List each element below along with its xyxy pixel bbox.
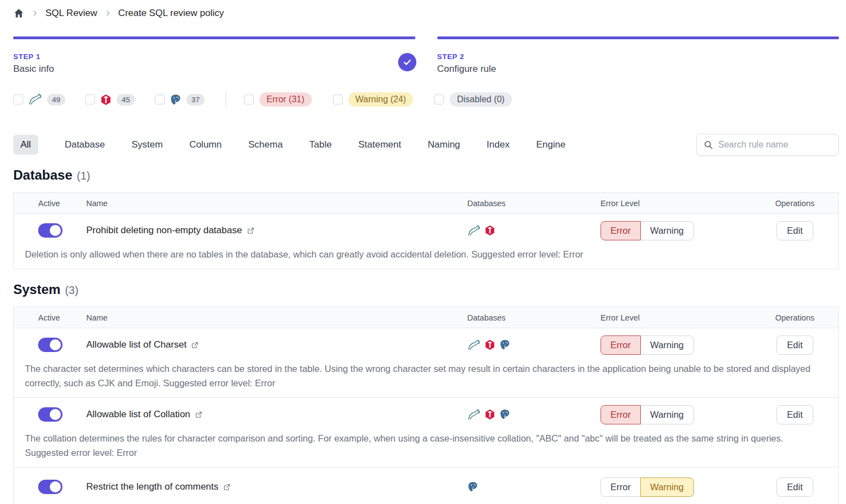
- col-header-active: Active: [14, 313, 86, 322]
- col-header-error-level: Error Level: [600, 199, 751, 208]
- filter-divider: [226, 92, 226, 107]
- tab-naming[interactable]: Naming: [427, 139, 460, 150]
- disabled-filter-pill: Disabled (0): [450, 92, 511, 107]
- section-title: System: [13, 282, 60, 297]
- disabled-checkbox[interactable]: [434, 95, 444, 104]
- postgresql-icon: [499, 409, 510, 420]
- tab-schema[interactable]: Schema: [248, 139, 283, 150]
- mysql-icon: [467, 224, 481, 237]
- search-input[interactable]: [718, 140, 832, 150]
- tab-all[interactable]: All: [13, 135, 38, 155]
- error-level-toggle: Error Warning: [600, 335, 694, 355]
- rule-name: Prohibit deleting non-empty database: [86, 225, 242, 236]
- postgresql-icon: [499, 339, 510, 350]
- tab-engine[interactable]: Engine: [536, 139, 566, 150]
- section-heading-system: System (3): [13, 282, 839, 297]
- step-2: STEP 2 Configure rule: [437, 36, 839, 75]
- stepper: STEP 1 Basic info STEP 2 Configure rule: [13, 36, 839, 75]
- rule-engines: [467, 224, 600, 237]
- error-level-warning-button[interactable]: Warning: [640, 405, 694, 424]
- step-1-label: STEP 1: [13, 53, 415, 61]
- edit-button[interactable]: Edit: [776, 221, 813, 240]
- filter-engine-postgresql[interactable]: 37: [155, 94, 205, 106]
- edit-button[interactable]: Edit: [776, 335, 813, 355]
- error-level-warning-button[interactable]: Warning: [640, 221, 694, 240]
- table-header-row: Active Name Databases Error Level Operat…: [14, 193, 838, 214]
- error-checkbox[interactable]: [244, 95, 254, 104]
- col-header-name: Name: [86, 313, 467, 322]
- step-2-title: Configure rule: [437, 64, 839, 75]
- error-level-warning-button[interactable]: Warning: [640, 335, 694, 355]
- external-link-icon[interactable]: [191, 341, 199, 349]
- table-row: Prohibit deleting non-empty database Err…: [14, 214, 838, 247]
- tab-column[interactable]: Column: [189, 139, 222, 150]
- postgresql-icon: [467, 481, 478, 492]
- rule-allowable-list-of-collation: Allowable list of Collation Error Warnin…: [14, 398, 838, 468]
- error-level-error-button[interactable]: Error: [600, 221, 641, 240]
- external-link-icon[interactable]: [223, 483, 231, 491]
- edit-button[interactable]: Edit: [776, 405, 813, 424]
- filter-engine-tidb[interactable]: 45: [85, 94, 135, 106]
- section-count: (1): [77, 170, 90, 182]
- filter-level-disabled[interactable]: Disabled (0): [434, 92, 511, 107]
- error-level-error-button[interactable]: Error: [600, 477, 641, 497]
- step-2-bar: [437, 36, 839, 39]
- rule-active-toggle[interactable]: [38, 407, 62, 422]
- step-1-completed-check-icon: [398, 53, 416, 71]
- mysql-checkbox[interactable]: [13, 95, 23, 104]
- table-row: Allowable list of Charset Error Warning: [14, 328, 838, 361]
- postgresql-checkbox[interactable]: [155, 95, 165, 104]
- col-header-databases: Databases: [467, 313, 600, 322]
- rule-engines: [467, 408, 600, 421]
- create-sql-review-policy-page: SQL Review Create SQL review policy STEP…: [0, 0, 846, 504]
- error-level-warning-button[interactable]: Warning: [640, 477, 694, 497]
- category-tab-bar: All Database System Column Schema Table …: [13, 134, 839, 156]
- step-1: STEP 1 Basic info: [13, 36, 415, 75]
- rule-engines: [467, 481, 600, 492]
- tab-database[interactable]: Database: [65, 139, 105, 150]
- tab-table[interactable]: Table: [309, 139, 332, 150]
- col-header-operations: Operations: [751, 313, 838, 322]
- postgresql-count-badge: 37: [186, 94, 205, 106]
- rule-active-toggle[interactable]: [38, 223, 62, 238]
- edit-button[interactable]: Edit: [776, 477, 813, 497]
- home-icon[interactable]: [13, 8, 24, 19]
- filter-level-error[interactable]: Error (31): [244, 92, 311, 107]
- rule-allowable-list-of-charset: Allowable list of Charset Error Warning: [14, 328, 838, 398]
- rule-description: Deletion is only allowed when there are …: [14, 247, 838, 269]
- step-2-label: STEP 2: [437, 53, 839, 61]
- tidb-checkbox[interactable]: [85, 95, 95, 104]
- breadcrumb-item-current: Create SQL review policy: [118, 8, 224, 19]
- section-heading-database: Database (1): [13, 167, 839, 183]
- error-level-toggle: Error Warning: [600, 221, 694, 240]
- filter-level-warning[interactable]: Warning (24): [333, 92, 414, 107]
- rule-active-toggle[interactable]: [38, 338, 62, 352]
- section-count: (3): [65, 284, 78, 297]
- tab-system[interactable]: System: [132, 139, 163, 150]
- tab-index[interactable]: Index: [487, 139, 510, 150]
- tab-statement[interactable]: Statement: [358, 139, 401, 150]
- tidb-icon: [484, 339, 495, 350]
- category-tabs: All Database System Column Schema Table …: [13, 135, 566, 155]
- search-icon: [703, 140, 713, 150]
- error-level-toggle: Error Warning: [600, 405, 694, 424]
- breadcrumb-item-sql-review[interactable]: SQL Review: [45, 8, 97, 19]
- error-level-error-button[interactable]: Error: [600, 335, 641, 355]
- rule-name: Allowable list of Charset: [86, 339, 186, 350]
- mysql-icon: [467, 339, 481, 351]
- warning-checkbox[interactable]: [333, 95, 343, 104]
- table-header-row: Active Name Databases Error Level Operat…: [14, 307, 838, 328]
- external-link-icon[interactable]: [247, 227, 255, 235]
- tidb-icon: [484, 225, 495, 236]
- table-row: Restrict the length of comments Error Wa…: [14, 468, 838, 504]
- step-1-title: Basic info: [13, 64, 415, 75]
- mysql-icon: [467, 408, 481, 421]
- filter-engine-mysql[interactable]: 49: [13, 93, 65, 106]
- database-rules-table: Active Name Databases Error Level Operat…: [13, 192, 839, 269]
- rule-active-toggle[interactable]: [38, 480, 62, 494]
- mysql-icon: [28, 93, 42, 106]
- error-filter-pill: Error (31): [259, 92, 311, 107]
- error-level-error-button[interactable]: Error: [600, 405, 641, 424]
- rule-description: The character set determines which chara…: [14, 361, 838, 397]
- external-link-icon[interactable]: [195, 411, 203, 419]
